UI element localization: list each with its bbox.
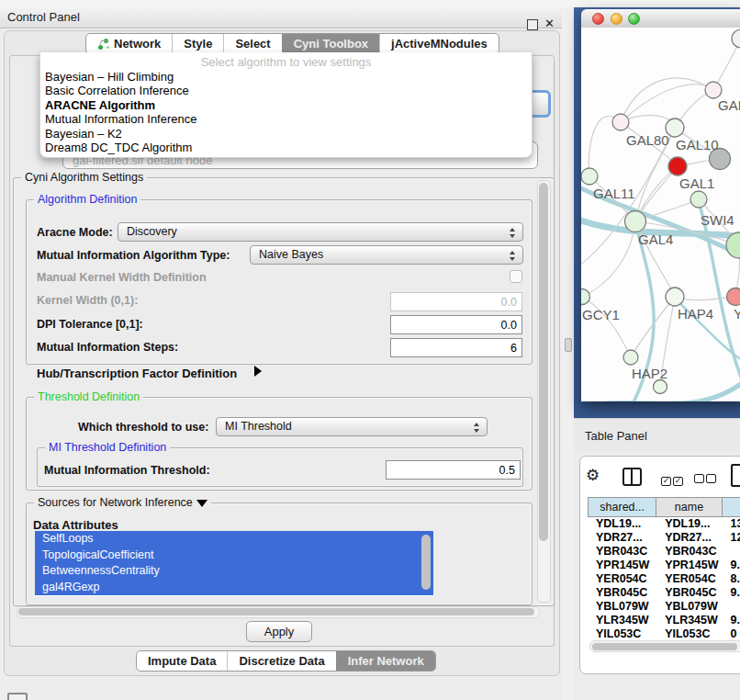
- hub-definition-label[interactable]: Hub/Transcription Factor Definition: [37, 367, 237, 380]
- attribute-item[interactable]: TopologicalCoefficient: [35, 548, 433, 564]
- network-node-gcy1[interactable]: [581, 289, 590, 305]
- tab-select[interactable]: Select: [223, 34, 281, 53]
- node-table[interactable]: shared...nameAYDL19...YDL19...13YDR27...…: [588, 497, 740, 639]
- bottom-tab-bar: Impute DataDiscretize DataInfer Network: [136, 650, 436, 672]
- which-threshold-combo[interactable]: MI Threshold: [216, 417, 488, 436]
- table-row[interactable]: YBR043CYBR043C: [588, 545, 740, 559]
- table-cell: YBR045C: [588, 586, 656, 600]
- settings-horizontal-scrollbar-thumb[interactable]: [18, 608, 534, 615]
- deselect-all-checkboxes-icon[interactable]: [694, 472, 718, 486]
- network-node[interactable]: [654, 380, 667, 394]
- algorithm-option[interactable]: ARACNE Algorithm: [40, 98, 532, 112]
- table-column-header[interactable]: name: [656, 497, 722, 517]
- table-cell: 0: [723, 627, 740, 639]
- table-cell: YPR145W: [656, 559, 722, 572]
- zoom-window-icon[interactable]: [628, 13, 640, 25]
- close-panel-icon[interactable]: ✕: [544, 17, 555, 30]
- tab-jactivemnodules[interactable]: jActiveMNodules: [379, 34, 499, 53]
- mi-steps-field[interactable]: 6: [390, 338, 522, 357]
- table-cell: [723, 600, 740, 614]
- split-divider[interactable]: [562, 7, 574, 700]
- table-cell: YBR043C: [588, 545, 656, 559]
- tab-impute-data[interactable]: Impute Data: [137, 651, 227, 671]
- columns-icon[interactable]: [622, 468, 642, 486]
- algorithm-option[interactable]: Bayesian – Hill Climbing: [40, 70, 532, 84]
- network-canvas[interactable]: GALGAL80GAL10GAL1GAL11SWI4GAL4GCY1HAP4YH…: [581, 28, 740, 401]
- table-row[interactable]: YIL053CYIL053C0: [588, 627, 740, 639]
- dpi-tolerance-field[interactable]: 0.0: [390, 315, 522, 334]
- table-row[interactable]: YPR145WYPR145W9.: [588, 559, 740, 572]
- export-table-icon[interactable]: [731, 464, 740, 487]
- divider-gripper[interactable]: [565, 338, 572, 352]
- manual-kernel-checkbox[interactable]: [510, 270, 522, 283]
- attr-list-scrollbar[interactable]: [421, 535, 431, 590]
- hidden-groupbox-border: [554, 62, 555, 173]
- network-node-gal11[interactable]: [581, 168, 598, 185]
- table-row[interactable]: YBL079WYBL079W: [588, 600, 740, 614]
- table-cell: [723, 545, 740, 559]
- table-panel-header: Table Panel: [574, 418, 740, 453]
- table-cell: YBL079W: [588, 600, 656, 614]
- minimize-window-icon[interactable]: [611, 13, 622, 25]
- table-horizontal-scrollbar-thumb[interactable]: [592, 643, 737, 650]
- aracne-mode-combo[interactable]: Discovery: [118, 222, 523, 242]
- cyni-algorithm-settings-title: Cyni Algorithm Settings: [21, 171, 147, 184]
- table-row[interactable]: YER054CYER054C8.: [588, 572, 740, 586]
- mi-algorithm-type-combo[interactable]: Naive Bayes: [250, 245, 523, 265]
- algorithm-option[interactable]: Dream8 DC_TDC Algorithm: [40, 141, 532, 154]
- network-node-gal80[interactable]: [612, 114, 629, 130]
- apply-button[interactable]: Apply: [246, 621, 312, 642]
- network-node-gal1[interactable]: [668, 157, 687, 175]
- table-column-header[interactable]: A: [723, 497, 740, 517]
- close-window-icon[interactable]: [592, 13, 604, 25]
- float-panel-icon[interactable]: [527, 19, 538, 30]
- algorithm-option[interactable]: Basic Correlation Inference: [40, 84, 532, 97]
- data-attributes-list[interactable]: SelfLoopsTopologicalCoefficientBetweenne…: [35, 531, 433, 596]
- tab-infer-network[interactable]: Infer Network: [336, 651, 435, 671]
- table-cell: YBL079W: [656, 600, 722, 614]
- algorithm-option[interactable]: Bayesian – K2: [40, 127, 532, 141]
- node-label-gal80: GAL80: [626, 132, 669, 148]
- mi-threshold-definition-title: MI Threshold Definition: [45, 441, 170, 454]
- network-view-window: GALGAL80GAL10GAL1GAL11SWI4GAL4GCY1HAP4YH…: [581, 9, 740, 401]
- table-row[interactable]: YDL19...YDL19...13: [588, 517, 740, 531]
- mi-threshold-field[interactable]: 0.5: [386, 460, 521, 480]
- minimized-panel-icon[interactable]: [7, 693, 28, 700]
- network-node-hap4[interactable]: [666, 288, 684, 306]
- table-column-header[interactable]: shared...: [588, 497, 656, 517]
- network-node-hap2[interactable]: [623, 350, 638, 365]
- node-label-y: Y: [734, 306, 740, 322]
- mi-threshold-label: Mutual Information Threshold:: [44, 464, 210, 477]
- table-cell: YLR345W: [588, 614, 656, 627]
- select-all-checkboxes-icon[interactable]: ✓✓: [661, 472, 685, 486]
- attribute-item[interactable]: BetweennessCentrality: [35, 563, 433, 580]
- tab-network[interactable]: Network: [86, 34, 172, 53]
- table-horizontal-scrollbar[interactable]: [589, 640, 740, 652]
- network-node-gal4[interactable]: [625, 211, 646, 232]
- table-cell: YBR045C: [656, 586, 722, 600]
- data-attributes-label: Data Attributes: [33, 518, 118, 532]
- attribute-item[interactable]: SelfLoops: [35, 531, 433, 548]
- table-row[interactable]: YLR345WYLR345W9.: [588, 614, 740, 627]
- network-node-gal[interactable]: [705, 82, 722, 98]
- threshold-definition-title: Threshold Definition: [34, 390, 143, 403]
- settings-vertical-scrollbar-thumb[interactable]: [539, 183, 548, 541]
- attribute-item[interactable]: gal4RGexp: [35, 580, 433, 596]
- collapse-down-icon[interactable]: [196, 500, 207, 507]
- combo-stepper-icon: [510, 250, 516, 262]
- tab-cyni-toolbox[interactable]: Cyni Toolbox: [282, 34, 379, 53]
- tab-discretize-data[interactable]: Discretize Data: [227, 651, 335, 671]
- network-node-y[interactable]: [727, 288, 740, 306]
- table-row[interactable]: YDR27...YDR27...12: [588, 531, 740, 545]
- gear-icon[interactable]: [586, 466, 600, 485]
- table-card: ✓✓ shared...nameAYDL19...YDL19...13YDR27…: [579, 456, 740, 674]
- network-node-swi4[interactable]: [690, 191, 707, 208]
- table-row[interactable]: YBR045CYBR045C9.: [588, 586, 740, 600]
- algorithm-option[interactable]: Mutual Information Inference: [40, 112, 532, 126]
- expand-right-icon[interactable]: [254, 366, 262, 377]
- network-window-titlebar[interactable]: [581, 9, 740, 28]
- network-node[interactable]: [732, 29, 740, 48]
- tab-style[interactable]: Style: [172, 34, 223, 53]
- kernel-width-field[interactable]: 0.0: [390, 292, 522, 311]
- table-cell: YDR27...: [588, 531, 656, 545]
